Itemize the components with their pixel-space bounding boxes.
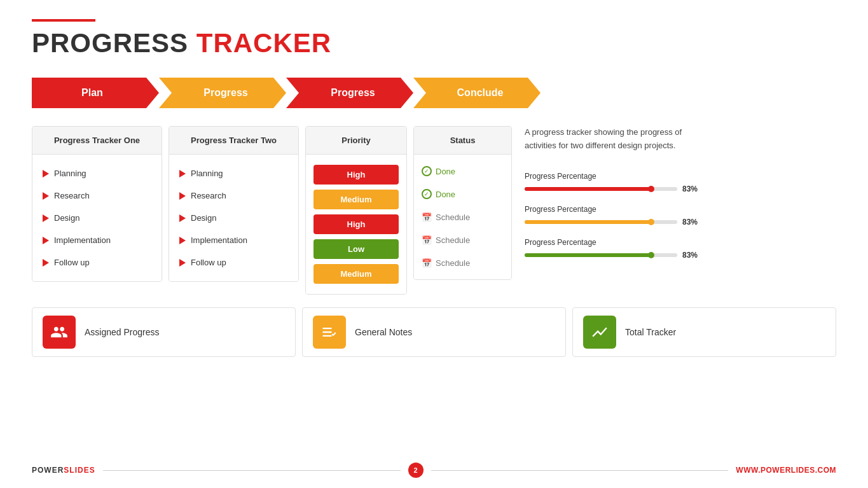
tracker-one-header: Progress Tracker One (32, 127, 162, 155)
tracker-two-table: Progress Tracker Two Planning Research D… (169, 126, 299, 282)
list-item: Design (179, 207, 288, 229)
general-notes-icon-box (313, 316, 346, 349)
priority-badge: Medium (313, 190, 399, 209)
progress-label: Progress Percentage (525, 205, 703, 214)
footer-page-number: 2 (408, 463, 424, 478)
status-item-schedule: 📅 Schedule (422, 206, 504, 228)
list-item: Follow up (43, 251, 151, 274)
status-section: Status ✓ Done ✓ Done 📅 Schedule (413, 126, 512, 280)
assigned-progress-label: Assigned Progress (85, 327, 160, 337)
progress-track (525, 220, 677, 224)
progress-block-1: Progress Percentage 83% (525, 172, 703, 193)
general-notes-label: General Notes (355, 327, 412, 337)
tracker-two-body: Planning Research Design Implementation (169, 155, 298, 281)
arrow-icon (179, 259, 186, 267)
priority-badge: Medium (313, 264, 399, 284)
header-accent-line (32, 19, 95, 22)
general-notes-card[interactable]: General Notes (302, 307, 566, 357)
list-item: Design (43, 207, 151, 229)
total-tracker-label: Total Tracker (625, 327, 676, 337)
side-panel: A progress tracker showing the progress … (525, 126, 703, 271)
arrow-icon (43, 214, 49, 222)
calendar-icon: 📅 (422, 258, 432, 268)
progress-fill-green (525, 253, 651, 257)
list-item: Research (179, 185, 288, 207)
priority-section: Priority High Medium High Low Medium (305, 126, 407, 295)
step-progress1: Progress (159, 78, 286, 108)
progress-track (525, 187, 677, 191)
arrow-icon (179, 170, 186, 178)
step-conclude: Conclude (413, 78, 541, 108)
assigned-icon (50, 323, 68, 341)
side-description: A progress tracker showing the progress … (525, 126, 703, 153)
tracker-two-section: Progress Tracker Two Planning Research D… (169, 126, 299, 282)
priority-header: Priority (306, 127, 406, 155)
assigned-progress-card[interactable]: Assigned Progress (32, 307, 296, 357)
tracker-two-header: Progress Tracker Two (169, 127, 298, 155)
footer-url: WWW.POWERLIDES.COM (736, 466, 836, 475)
arrow-icon (179, 237, 186, 244)
arrow-icon (43, 237, 49, 244)
list-item: Planning (179, 162, 288, 185)
list-item: Research (43, 185, 151, 207)
total-tracker-icon-box (583, 316, 616, 349)
check-circle-icon: ✓ (422, 189, 432, 199)
progress-label: Progress Percentage (525, 238, 703, 247)
status-table: Status ✓ Done ✓ Done 📅 Schedule (413, 126, 512, 280)
arrow-icon (179, 192, 186, 200)
arrow-icon (43, 170, 49, 178)
footer-brand-left: POWERSLIDES (32, 466, 95, 475)
status-item-schedule: 📅 Schedule (422, 251, 504, 274)
title-tracker: TRACKER (196, 28, 331, 58)
progress-block-3: Progress Percentage 83% (525, 238, 703, 260)
list-item: Planning (43, 162, 151, 185)
status-header: Status (414, 127, 511, 155)
progress-bar-row: 83% (525, 218, 703, 227)
footer-line-left (103, 470, 401, 471)
priority-badge: High (313, 165, 399, 185)
check-circle-icon: ✓ (422, 166, 432, 176)
assigned-progress-icon-box (43, 316, 76, 349)
status-item-done: ✓ Done (422, 160, 504, 183)
status-item-done: ✓ Done (422, 183, 504, 206)
priority-badge: Low (313, 239, 399, 259)
page: PROGRESS TRACKER Plan Progress Progress … (0, 0, 868, 488)
progress-pct: 83% (682, 218, 703, 227)
list-item: Implementation (179, 229, 288, 251)
tracker-one-body: Planning Research Design Implementation (32, 155, 162, 281)
progress-pct: 83% (682, 185, 703, 193)
progress-fill-orange (525, 220, 651, 224)
priority-badge: High (313, 214, 399, 234)
progress-bar-row: 83% (525, 251, 703, 260)
brand-slides: SLIDES (64, 466, 95, 475)
arrow-icon (43, 192, 49, 200)
progress-block-2: Progress Percentage 83% (525, 205, 703, 227)
progress-bar-row: 83% (525, 185, 703, 193)
brand-power: POWER (32, 466, 64, 475)
tracker-one-section: Progress Tracker One Planning Research D… (32, 126, 162, 282)
status-item-schedule: 📅 Schedule (422, 228, 504, 251)
steps-row: Plan Progress Progress Conclude (32, 78, 836, 108)
step-progress2: Progress (286, 78, 413, 108)
footer-line-right (431, 470, 729, 471)
arrow-icon (179, 214, 186, 222)
progress-track (525, 253, 677, 257)
list-item: Follow up (179, 251, 288, 274)
progress-fill-red (525, 187, 651, 191)
priority-body: High Medium High Low Medium (306, 155, 406, 294)
calendar-icon: 📅 (422, 212, 432, 222)
tracker-one-table: Progress Tracker One Planning Research D… (32, 126, 162, 282)
arrow-icon (43, 259, 49, 267)
status-body: ✓ Done ✓ Done 📅 Schedule 📅 Schedule (414, 155, 511, 279)
footer: POWERSLIDES 2 WWW.POWERLIDES.COM (32, 463, 836, 478)
step-plan: Plan (32, 78, 159, 108)
main-content: Progress Tracker One Planning Research D… (32, 126, 836, 295)
priority-table: Priority High Medium High Low Medium (305, 126, 407, 295)
title-progress: PROGRESS (32, 28, 188, 58)
total-tracker-card[interactable]: Total Tracker (572, 307, 836, 357)
calendar-icon: 📅 (422, 235, 432, 245)
tracker-icon (591, 323, 609, 341)
progress-label: Progress Percentage (525, 172, 703, 181)
bottom-row: Assigned Progress General Notes Total Tr… (32, 307, 836, 357)
notes-icon (320, 323, 338, 341)
